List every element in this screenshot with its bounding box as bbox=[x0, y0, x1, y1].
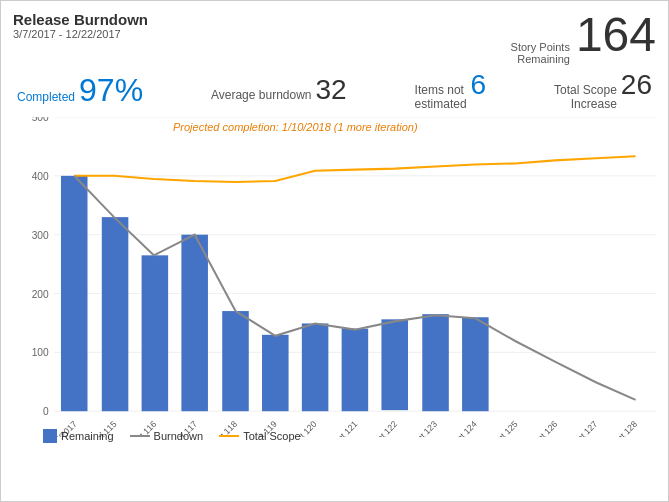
story-points-value: 164 bbox=[576, 11, 656, 59]
header-right: Story Points Remaining 164 bbox=[511, 11, 656, 65]
date-range: 3/7/2017 - 12/22/2017 bbox=[13, 28, 148, 40]
total-scope-value: 26 bbox=[621, 69, 652, 101]
bar-3 bbox=[181, 235, 208, 412]
header-left: Release Burndown 3/7/2017 - 12/22/2017 bbox=[13, 11, 148, 40]
total-scope-color-line bbox=[219, 435, 239, 437]
avg-burndown-value: 32 bbox=[316, 74, 347, 106]
metric-items-not-estimated: Items not estimated 6 bbox=[415, 69, 487, 111]
bar-7 bbox=[342, 329, 369, 412]
svg-text:0: 0 bbox=[43, 406, 49, 417]
svg-text:100: 100 bbox=[32, 347, 49, 358]
story-points-label2: Remaining bbox=[517, 53, 570, 65]
metric-avg-burndown: Average burndown 32 bbox=[211, 74, 347, 106]
burndown-label: Burndown bbox=[154, 430, 204, 442]
bar-9 bbox=[422, 314, 449, 411]
remaining-color-box bbox=[43, 429, 57, 443]
bar-6 bbox=[302, 323, 329, 411]
total-scope-label2: Increase bbox=[571, 97, 617, 111]
bar-0 bbox=[61, 176, 88, 411]
completed-label: Completed bbox=[17, 90, 75, 104]
story-points-label1: Story Points bbox=[511, 41, 570, 53]
items-not-estimated-label2: estimated bbox=[415, 97, 467, 111]
avg-burndown-label: Average burndown bbox=[211, 88, 312, 102]
chart-area: Projected completion: 1/10/2018 (1 more … bbox=[13, 117, 656, 457]
remaining-label: Remaining bbox=[61, 430, 114, 442]
projected-label: Projected completion: 1/10/2018 (1 more … bbox=[173, 121, 418, 133]
items-not-estimated-label1: Items not bbox=[415, 83, 467, 97]
legend-burndown: Burndown bbox=[130, 430, 204, 442]
total-scope-legend-label: Total Scope bbox=[243, 430, 300, 442]
svg-text:200: 200 bbox=[32, 289, 49, 300]
svg-text:400: 400 bbox=[32, 171, 49, 182]
chart-title: Release Burndown bbox=[13, 11, 148, 28]
legend-remaining: Remaining bbox=[43, 429, 114, 443]
metric-total-scope: Total Scope Increase 26 bbox=[554, 69, 652, 111]
bar-8 bbox=[381, 319, 408, 410]
total-scope-label1: Total Scope bbox=[554, 83, 617, 97]
items-not-estimated-value: 6 bbox=[471, 69, 487, 101]
bar-5 bbox=[262, 335, 289, 411]
bar-4 bbox=[222, 311, 249, 411]
bar-10 bbox=[462, 317, 489, 411]
total-scope-line bbox=[74, 156, 635, 182]
svg-text:500: 500 bbox=[32, 117, 49, 123]
completed-value: 97% bbox=[79, 72, 143, 109]
burndown-color-line bbox=[130, 435, 150, 437]
legend-total-scope: Total Scope bbox=[219, 430, 300, 442]
dashboard-container: Release Burndown 3/7/2017 - 12/22/2017 S… bbox=[0, 0, 669, 502]
burndown-chart: 500 400 300 200 100 0 bbox=[13, 117, 656, 437]
metric-completed: Completed 97% bbox=[17, 72, 143, 109]
bar-1 bbox=[102, 217, 129, 411]
bar-2 bbox=[142, 255, 169, 411]
header: Release Burndown 3/7/2017 - 12/22/2017 S… bbox=[13, 11, 656, 65]
svg-text:300: 300 bbox=[32, 230, 49, 241]
metrics-row: Completed 97% Average burndown 32 Items … bbox=[13, 69, 656, 111]
